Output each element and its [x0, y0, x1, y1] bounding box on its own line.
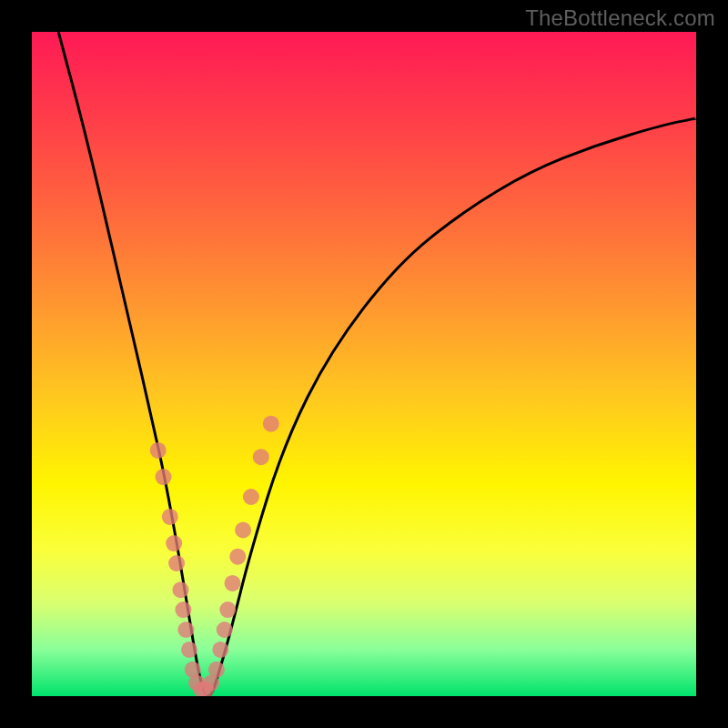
highlight-dot — [253, 449, 269, 465]
highlight-dot — [173, 581, 189, 598]
highlight-dot — [229, 549, 246, 565]
highlight-dots — [150, 416, 279, 696]
highlight-dot — [235, 522, 251, 539]
highlight-dot — [263, 416, 279, 432]
highlight-dot — [219, 602, 236, 618]
plot-area — [32, 32, 696, 696]
highlight-dot — [162, 509, 178, 525]
highlight-dot — [175, 602, 191, 618]
highlight-dot — [243, 489, 259, 505]
highlight-dot — [168, 555, 185, 571]
highlight-dot — [217, 622, 233, 638]
highlight-dot — [225, 575, 241, 592]
highlight-dot — [208, 662, 225, 678]
highlight-dot — [156, 469, 172, 485]
highlight-dot — [212, 642, 228, 658]
highlight-dot — [166, 535, 182, 551]
highlight-dot — [181, 642, 197, 658]
curve-svg — [32, 32, 696, 696]
highlight-dot — [150, 442, 167, 459]
watermark-text: TheBottleneck.com — [525, 5, 715, 31]
chart-frame: TheBottleneck.com — [0, 0, 728, 728]
highlight-dot — [177, 622, 194, 638]
bottleneck-curve — [58, 32, 696, 696]
